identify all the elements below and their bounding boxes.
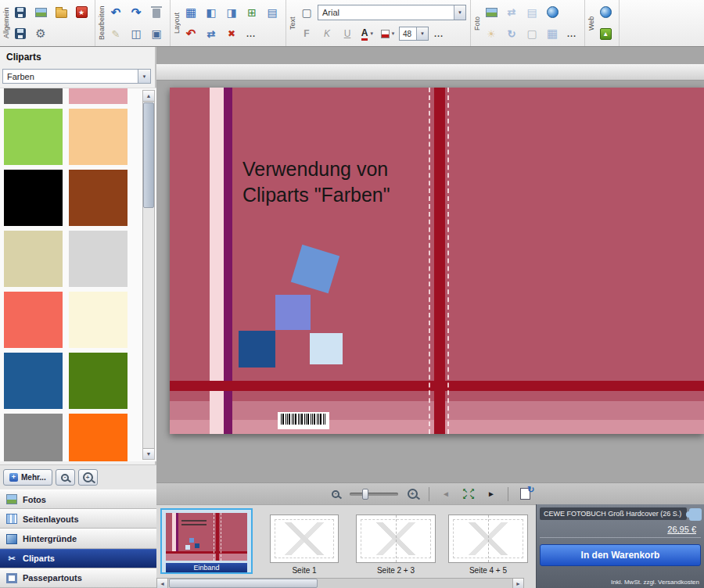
- sidebar-item-hintergruende[interactable]: Hintergründe: [0, 529, 156, 548]
- clipart-square-navy[interactable]: [239, 331, 275, 368]
- layout-grid-button[interactable]: [181, 3, 200, 22]
- foto-more-button[interactable]: ...: [563, 24, 580, 43]
- clipart-color-swatch[interactable]: [4, 109, 63, 165]
- photo-grid-button[interactable]: [523, 3, 541, 22]
- scroll-right-button[interactable]: [512, 579, 523, 588]
- bold-button[interactable]: F: [297, 24, 316, 43]
- font-size-select[interactable]: 48: [399, 27, 429, 41]
- swatch-scrollbar[interactable]: [142, 90, 155, 460]
- page-thumbnail-seite-4-5[interactable]: Seite 4 + 5: [448, 514, 528, 577]
- add-to-cart-button[interactable]: In den Warenkorb: [540, 544, 701, 566]
- page-thumbnail-seite-2-3[interactable]: Seite 2 + 3: [356, 514, 436, 577]
- sidebar-item-seitenlayouts[interactable]: Seitenlayouts: [0, 509, 156, 529]
- clipart-category-select[interactable]: Farben: [2, 69, 151, 84]
- scroll-down-button[interactable]: [143, 448, 154, 459]
- move-pages-button[interactable]: [202, 24, 221, 43]
- cover-title-textbox[interactable]: Verwendung von Cliparts "Farben": [242, 156, 390, 208]
- price-link[interactable]: 26,95 €: [540, 525, 696, 534]
- edit-style-button[interactable]: [106, 24, 125, 43]
- insert-page-left-button[interactable]: [202, 3, 221, 22]
- paste-button[interactable]: [147, 24, 166, 43]
- sidebar-item-passepartouts[interactable]: Passepartouts: [0, 568, 156, 588]
- fit-view-icon: [462, 488, 475, 500]
- next-page-button[interactable]: [483, 486, 500, 502]
- clipart-color-swatch[interactable]: [69, 231, 128, 287]
- photo-map-button[interactable]: [543, 3, 562, 22]
- clipart-color-swatch[interactable]: [4, 170, 63, 226]
- chevron-down-icon: [391, 31, 396, 36]
- clipart-color-swatch[interactable]: [69, 170, 128, 226]
- page-thumbnail-einband[interactable]: Einband: [160, 508, 253, 574]
- sidebar-item-fotos[interactable]: Fotos: [0, 489, 156, 509]
- fill-color-button[interactable]: [379, 24, 397, 43]
- fit-view-button[interactable]: [460, 486, 477, 502]
- page-thumbnail-seite-1[interactable]: Seite 1: [270, 514, 339, 577]
- web-globe-button[interactable]: [596, 3, 615, 22]
- zoom-slider[interactable]: [350, 493, 398, 496]
- settings-button[interactable]: [31, 24, 50, 43]
- clipart-color-swatch[interactable]: [69, 88, 128, 104]
- toolbar-group-foto-label: Foto: [472, 1, 482, 45]
- scrollbar-thumb[interactable]: [143, 102, 154, 208]
- clipart-color-swatch[interactable]: [4, 353, 63, 409]
- save-button[interactable]: [11, 3, 30, 22]
- clipart-square-slate[interactable]: [275, 295, 311, 330]
- clipart-color-swatch[interactable]: [4, 88, 63, 104]
- editor-canvas[interactable]: Verwendung von Cliparts "Farben": [156, 47, 704, 482]
- clipart-color-swatch[interactable]: [4, 414, 63, 461]
- clipart-color-swatch[interactable]: [4, 231, 63, 287]
- photo-frame-button[interactable]: [523, 24, 541, 43]
- clipart-color-swatch[interactable]: [69, 292, 128, 348]
- insert-page-right-button[interactable]: [222, 3, 241, 22]
- delete-pages-button[interactable]: [222, 24, 241, 43]
- thumbnail-scrollbar[interactable]: [156, 578, 524, 588]
- enhance-photo-button[interactable]: [482, 24, 501, 43]
- photo-border-button[interactable]: [543, 24, 562, 43]
- open-photobook-button[interactable]: [52, 3, 70, 22]
- font-family-select[interactable]: Arial: [318, 5, 466, 20]
- zoom-out-button[interactable]: [327, 486, 344, 502]
- redo-button[interactable]: [127, 3, 145, 22]
- clipart-square-lightblue[interactable]: [310, 333, 343, 364]
- copy-icon: [131, 27, 141, 40]
- add-pages-button[interactable]: [242, 3, 261, 22]
- new-photobook-button[interactable]: [31, 3, 50, 22]
- book-cover-page[interactable]: Verwendung von Cliparts "Farben": [170, 88, 704, 434]
- more-cliparts-button[interactable]: Mehr...: [3, 469, 52, 486]
- web-upload-button[interactable]: [596, 24, 615, 43]
- swatch-zoom-in-button[interactable]: [78, 469, 98, 486]
- clipart-square-blue-rotated[interactable]: [291, 245, 339, 293]
- delete-button[interactable]: [147, 3, 166, 22]
- scrollbar-thumb[interactable]: [169, 579, 318, 588]
- insert-photo-button[interactable]: [482, 3, 501, 22]
- divider: [540, 537, 701, 538]
- prev-page-button[interactable]: [437, 486, 454, 502]
- italic-button[interactable]: K: [318, 24, 336, 43]
- rotate-photo-button[interactable]: [502, 24, 521, 43]
- sidebar-item-label: Cliparts: [23, 554, 55, 563]
- sidebar-item-cliparts[interactable]: Cliparts: [0, 549, 156, 568]
- order-button[interactable]: [72, 3, 91, 22]
- clipart-color-swatch[interactable]: [69, 109, 128, 165]
- font-color-button[interactable]: A: [358, 24, 377, 43]
- scroll-left-button[interactable]: [157, 579, 168, 588]
- zoom-in-button[interactable]: [404, 486, 421, 502]
- reset-layout-button[interactable]: [181, 24, 200, 43]
- copy-button[interactable]: [127, 24, 145, 43]
- rotate-view-button[interactable]: [516, 486, 533, 502]
- separator: [429, 487, 429, 501]
- zoom-slider-thumb[interactable]: [362, 489, 368, 500]
- text-more-button[interactable]: ...: [430, 24, 447, 43]
- undo-button[interactable]: [106, 3, 125, 22]
- layout-more-button[interactable]: ...: [242, 24, 260, 43]
- clipart-color-swatch[interactable]: [69, 414, 128, 461]
- swatch-zoom-out-button[interactable]: [56, 469, 75, 486]
- clipart-color-swatch[interactable]: [69, 353, 128, 409]
- save-as-button[interactable]: [11, 24, 30, 43]
- scroll-up-button[interactable]: [143, 91, 154, 102]
- clipart-color-swatch[interactable]: [4, 292, 63, 348]
- page-template-button[interactable]: [263, 3, 282, 22]
- insert-textbox-button[interactable]: [297, 3, 316, 22]
- underline-button[interactable]: U: [338, 24, 357, 43]
- swap-photos-button[interactable]: [502, 3, 521, 22]
